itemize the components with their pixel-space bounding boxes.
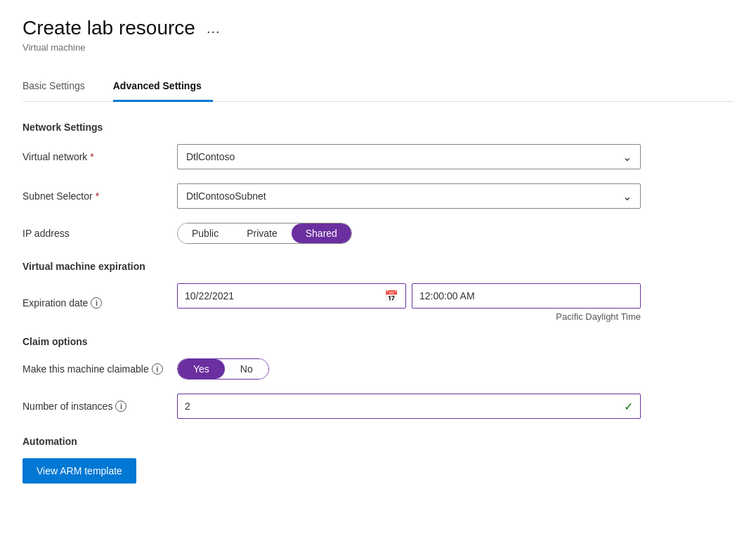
tabs-container: Basic Settings Advanced Settings — [22, 72, 734, 102]
more-options-button[interactable]: ... — [202, 19, 225, 38]
claimable-no-option[interactable]: No — [225, 359, 268, 379]
timezone-text: Pacific Daylight Time — [177, 311, 641, 322]
vm-expiration-section: Virtual machine expiration Expiration da… — [22, 261, 734, 322]
calendar-icon[interactable]: 📅 — [384, 290, 398, 303]
claimable-label: Make this machine claimable i — [22, 363, 177, 375]
claim-options-section: Claim options Make this machine claimabl… — [22, 336, 734, 419]
virtual-network-row: Virtual network * DtlContoso ⌄ — [22, 144, 734, 169]
vm-expiration-title: Virtual machine expiration — [22, 261, 734, 272]
expiration-date-control: 📅 Pacific Daylight Time — [177, 283, 734, 322]
tab-advanced-settings[interactable]: Advanced Settings — [113, 73, 213, 102]
subnet-selector-value: DtlContosoSubnet — [186, 190, 266, 202]
ip-option-private[interactable]: Private — [233, 223, 292, 243]
instances-field[interactable]: ✓ — [177, 394, 641, 419]
subnet-required-star: * — [96, 190, 99, 202]
check-icon: ✓ — [624, 400, 633, 413]
instances-label: Number of instances i — [22, 401, 177, 412]
tab-basic-settings[interactable]: Basic Settings — [22, 73, 96, 102]
subnet-chevron-down-icon: ⌄ — [623, 190, 632, 203]
page-title: Create lab resource — [22, 17, 195, 39]
ip-address-label: IP address — [22, 228, 177, 239]
virtual-network-control: DtlContoso ⌄ — [177, 144, 734, 169]
claimable-row: Make this machine claimable i Yes No — [22, 358, 734, 380]
claimable-toggle: Yes No — [177, 358, 269, 380]
subnet-selector-control: DtlContosoSubnet ⌄ — [177, 183, 734, 209]
expiration-date-input[interactable] — [185, 290, 379, 302]
claim-options-title: Claim options — [22, 336, 734, 347]
virtual-network-dropdown[interactable]: DtlContoso ⌄ — [177, 144, 641, 169]
virtual-network-label: Virtual network * — [22, 151, 177, 162]
page-subtitle: Virtual machine — [22, 42, 734, 53]
subnet-selector-row: Subnet Selector * DtlContosoSubnet ⌄ — [22, 183, 734, 209]
required-star: * — [90, 151, 93, 162]
content-area: Network Settings Virtual network * DtlCo… — [22, 122, 734, 484]
chevron-down-icon: ⌄ — [623, 150, 632, 164]
expiration-date-field[interactable]: 📅 — [177, 283, 406, 309]
ip-address-control: Public Private Shared — [177, 223, 734, 244]
instances-input[interactable] — [185, 401, 624, 412]
ip-option-shared[interactable]: Shared — [292, 223, 351, 243]
view-arm-template-button[interactable]: View ARM template — [22, 458, 136, 484]
claimable-yes-option[interactable]: Yes — [178, 359, 225, 379]
expiration-date-row: Expiration date i 📅 Pacific Daylight Tim… — [22, 283, 734, 322]
instances-row: Number of instances i ✓ — [22, 394, 734, 419]
claimable-control: Yes No — [177, 358, 734, 380]
expiration-time-input[interactable] — [419, 290, 633, 302]
automation-title: Automation — [22, 436, 734, 447]
expiration-info-icon[interactable]: i — [91, 297, 102, 309]
network-settings-title: Network Settings — [22, 122, 734, 133]
network-settings-section: Network Settings Virtual network * DtlCo… — [22, 122, 734, 244]
page-header: Create lab resource ... Virtual machine — [22, 17, 734, 53]
subnet-selector-label: Subnet Selector * — [22, 190, 177, 202]
ip-address-toggle: Public Private Shared — [177, 223, 352, 244]
subnet-selector-dropdown[interactable]: DtlContosoSubnet ⌄ — [177, 183, 641, 209]
ip-option-public[interactable]: Public — [178, 223, 233, 243]
virtual-network-value: DtlContoso — [186, 151, 235, 162]
instances-control: ✓ — [177, 394, 734, 419]
automation-section: Automation View ARM template — [22, 436, 734, 484]
expiration-time-field[interactable] — [412, 283, 641, 309]
claimable-info-icon[interactable]: i — [152, 363, 163, 375]
expiration-date-label: Expiration date i — [22, 297, 177, 309]
ip-address-row: IP address Public Private Shared — [22, 223, 734, 244]
date-time-row: 📅 — [177, 283, 641, 309]
instances-info-icon[interactable]: i — [115, 401, 126, 412]
